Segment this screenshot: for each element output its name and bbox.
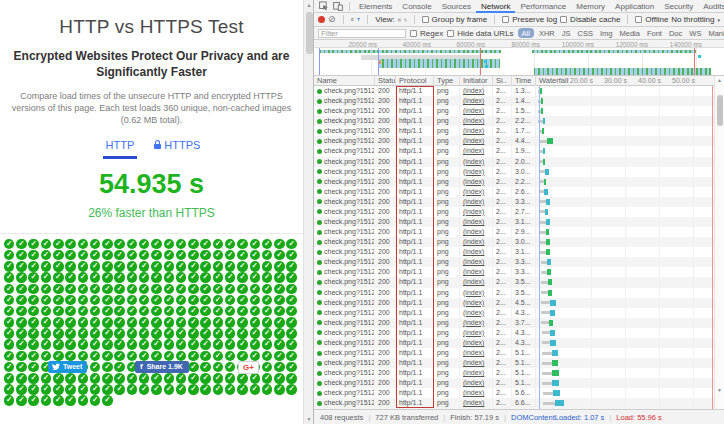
network-request-row[interactable]: check.png?1512...200http/1.1png(index)2.… <box>314 267 724 277</box>
network-request-row[interactable]: check.png?1512...200http/1.1png(index)2.… <box>314 388 724 398</box>
tweet-button[interactable]: Tweet <box>48 361 87 373</box>
initiator-link[interactable]: (index) <box>463 339 484 346</box>
network-request-row[interactable]: check.png?1512...200http/1.1png(index)2.… <box>314 96 724 106</box>
scrollbar-thumb[interactable] <box>306 12 313 54</box>
google-plus-button[interactable]: G+ <box>238 361 259 374</box>
initiator-link[interactable]: (index) <box>463 258 484 265</box>
column-header-si[interactable]: Si.. <box>493 76 512 86</box>
network-request-row[interactable]: check.png?1512...200http/1.1png(index)2.… <box>314 257 724 267</box>
preserve-log-checkbox[interactable]: Preserve log <box>502 15 557 24</box>
network-request-row[interactable]: check.png?1512...200http/1.1png(index)2.… <box>314 86 724 96</box>
initiator-link[interactable]: (index) <box>463 329 484 336</box>
tab-http[interactable]: HTTP <box>103 139 138 159</box>
regex-checkbox[interactable]: Regex <box>410 29 443 38</box>
devtools-tab-memory[interactable]: Memory <box>571 0 610 13</box>
filter-input[interactable] <box>318 29 406 38</box>
initiator-link[interactable]: (index) <box>463 278 484 285</box>
initiator-link[interactable]: (index) <box>463 218 484 225</box>
initiator-link[interactable]: (index) <box>463 147 484 154</box>
column-header-protocol[interactable]: Protocol <box>396 76 434 86</box>
network-request-row[interactable]: check.png?1512...200http/1.1png(index)2.… <box>314 126 724 136</box>
initiator-link[interactable]: (index) <box>463 198 484 205</box>
network-request-row[interactable]: check.png?1512...200http/1.1png(index)2.… <box>314 227 724 237</box>
column-header-name[interactable]: Name <box>314 76 375 86</box>
initiator-link[interactable]: (index) <box>463 117 484 124</box>
filter-type-xhr[interactable]: XHR <box>537 29 557 38</box>
devtools-tab-performance[interactable]: Performance <box>515 0 571 13</box>
column-header-waterfall[interactable]: Waterfall20.00 s30.00 s40.00 s50.00 s <box>536 76 724 86</box>
network-request-row[interactable]: check.png?1512...200http/1.1png(index)2.… <box>314 217 724 227</box>
column-header-initiator[interactable]: Initiator <box>460 76 493 86</box>
hide-data-urls-checkbox[interactable]: Hide data URLs <box>447 29 513 38</box>
network-request-row[interactable]: check.png?1512...200http/1.1png(index)2.… <box>314 197 724 207</box>
initiator-link[interactable]: (index) <box>463 299 484 306</box>
initiator-link[interactable]: (index) <box>463 238 484 245</box>
initiator-link[interactable]: (index) <box>463 208 484 215</box>
initiator-link[interactable]: (index) <box>463 137 484 144</box>
network-request-row[interactable]: check.png?1512...200http/1.1png(index)2.… <box>314 106 724 116</box>
initiator-link[interactable]: (index) <box>463 228 484 235</box>
column-header-type[interactable]: Type <box>434 76 460 86</box>
initiator-link[interactable]: (index) <box>463 178 484 185</box>
network-request-row[interactable]: check.png?1512...200http/1.1png(index)2.… <box>314 136 724 146</box>
filter-funnel-icon[interactable] <box>357 15 360 24</box>
network-request-row[interactable]: check.png?1512...200http/1.1png(index)2.… <box>314 277 724 287</box>
tab-https[interactable]: HTTPS <box>154 139 200 151</box>
offline-checkbox[interactable]: Offline <box>635 15 668 24</box>
devtools-tab-security[interactable]: Security <box>659 0 698 13</box>
network-request-row[interactable]: check.png?1512...200http/1.1png(index)2.… <box>314 116 724 126</box>
network-request-row[interactable]: check.png?1512...200http/1.1png(index)2.… <box>314 328 724 338</box>
devtools-tab-network[interactable]: Network <box>476 0 515 13</box>
filmstrip-icon[interactable] <box>351 15 355 24</box>
network-request-row[interactable]: check.png?1512...200http/1.1png(index)2.… <box>314 157 724 167</box>
devtools-tab-sources[interactable]: Sources <box>437 0 476 13</box>
scrollbar-thumb[interactable] <box>717 95 723 126</box>
network-request-row[interactable]: check.png?1512...200http/1.1png(index)2.… <box>314 288 724 298</box>
initiator-link[interactable]: (index) <box>463 97 484 104</box>
filter-type-manifest[interactable]: Manifest <box>706 29 724 38</box>
initiator-link[interactable]: (index) <box>463 369 484 376</box>
clear-icon[interactable]: ⊘ <box>328 15 336 24</box>
initiator-link[interactable]: (index) <box>463 349 484 356</box>
scroll-down-icon[interactable]: ▼ <box>715 387 724 393</box>
initiator-link[interactable]: (index) <box>463 399 484 406</box>
network-request-row[interactable]: check.png?1512...200http/1.1png(index)2.… <box>314 146 724 156</box>
device-toolbar-icon[interactable] <box>333 1 343 11</box>
network-request-row[interactable]: check.png?1512...200http/1.1png(index)2.… <box>314 207 724 217</box>
network-request-row[interactable]: check.png?1512...200http/1.1png(index)2.… <box>314 167 724 177</box>
initiator-link[interactable]: (index) <box>463 188 484 195</box>
filter-type-img[interactable]: Img <box>598 29 615 38</box>
devtools-tab-console[interactable]: Console <box>397 0 436 13</box>
network-request-row[interactable]: check.png?1512...200http/1.1png(index)2.… <box>314 318 724 328</box>
initiator-link[interactable]: (index) <box>463 359 484 366</box>
initiator-link[interactable]: (index) <box>463 127 484 134</box>
network-request-row[interactable]: check.png?1512...200http/1.1png(index)2.… <box>314 308 724 318</box>
facebook-share-button[interactable]: f Share 1.9K <box>135 361 189 373</box>
table-scrollbar[interactable]: ▲ ▼ <box>714 76 724 409</box>
initiator-link[interactable]: (index) <box>463 379 484 386</box>
initiator-link[interactable]: (index) <box>463 158 484 165</box>
network-request-row[interactable]: check.png?1512...200http/1.1png(index)2.… <box>314 378 724 388</box>
page-scrollbar[interactable]: ▲ ▼ <box>303 0 313 424</box>
throttling-dropdown[interactable]: No throttling▾ <box>671 15 720 24</box>
disable-cache-checkbox[interactable]: Disable cache <box>560 15 620 24</box>
filter-type-js[interactable]: JS <box>560 29 573 38</box>
initiator-link[interactable]: (index) <box>463 168 484 175</box>
initiator-link[interactable]: (index) <box>463 289 484 296</box>
network-request-row[interactable]: check.png?1512...200http/1.1png(index)2.… <box>314 298 724 308</box>
initiator-link[interactable]: (index) <box>463 268 484 275</box>
network-request-row[interactable]: check.png?1512...200http/1.1png(index)2.… <box>314 398 724 408</box>
initiator-link[interactable]: (index) <box>463 389 484 396</box>
inspect-element-icon[interactable] <box>319 1 329 11</box>
view-waterfall-icon[interactable] <box>404 16 407 24</box>
group-by-frame-checkbox[interactable]: Group by frame <box>422 15 488 24</box>
filter-type-font[interactable]: Font <box>645 29 664 38</box>
column-header-status[interactable]: Status <box>375 76 396 86</box>
network-request-row[interactable]: check.png?1512...200http/1.1png(index)2.… <box>314 247 724 257</box>
network-request-row[interactable]: check.png?1512...200http/1.1png(index)2.… <box>314 187 724 197</box>
initiator-link[interactable]: (index) <box>463 309 484 316</box>
network-overview[interactable] <box>314 48 724 76</box>
network-request-row[interactable]: check.png?1512...200http/1.1png(index)2.… <box>314 237 724 247</box>
network-request-row[interactable]: check.png?1512...200http/1.1png(index)2.… <box>314 348 724 358</box>
network-request-row[interactable]: check.png?1512...200http/1.1png(index)2.… <box>314 368 724 378</box>
